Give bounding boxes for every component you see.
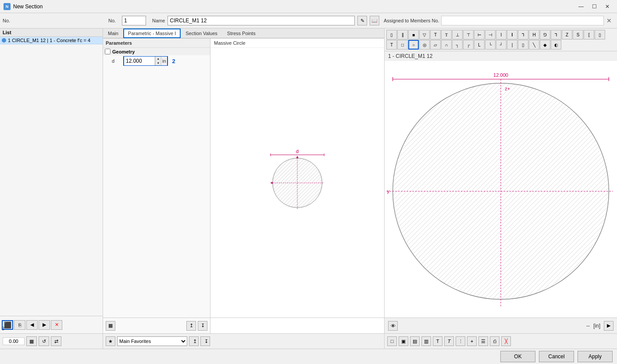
right-tool-btn-3[interactable]: ▤ <box>410 336 420 346</box>
minimize-button[interactable]: — <box>575 2 587 11</box>
assigned-input[interactable] <box>441 16 604 25</box>
shape-btn-21[interactable]: T <box>386 40 397 50</box>
shape-btn-17[interactable]: Z <box>562 30 572 39</box>
tab-main[interactable]: Main <box>103 29 123 38</box>
shape-btn-20[interactable]: ▯ <box>595 30 605 39</box>
section-name-text: 1 - CIRCLE_M1 12 <box>388 53 432 59</box>
shape-btn-15[interactable]: ⅁ <box>540 30 550 39</box>
shape-btn-9[interactable]: ⊢ <box>474 30 485 39</box>
copy-button[interactable]: ⎘ <box>14 320 25 330</box>
right-tool-btn-4[interactable]: ▥ <box>421 336 431 346</box>
svg-text:z+: z+ <box>505 86 510 91</box>
close-button[interactable]: ✕ <box>601 2 613 11</box>
shape-btn-25[interactable]: ▱ <box>430 40 441 50</box>
right-tool-btn-6[interactable]: T <box>444 336 454 346</box>
shape-btn-8[interactable]: ⊤ <box>463 30 474 39</box>
cancel-button[interactable]: Cancel <box>539 351 574 362</box>
shape-btn-33[interactable]: ▯ <box>518 40 528 50</box>
delete-button[interactable]: ✕ <box>51 320 62 330</box>
shape-btn-19[interactable]: ⟦ <box>584 30 594 39</box>
shape-btn-24[interactable]: ◎ <box>419 40 430 50</box>
ok-button[interactable]: OK <box>500 351 535 362</box>
tab-parametric[interactable]: Parametric - Massive I <box>123 29 181 38</box>
shape-btn-22[interactable]: □ <box>397 40 408 50</box>
right-tool-btn-11[interactable]: ╳ <box>501 336 511 346</box>
params-import-button[interactable]: ▦ <box>106 321 115 331</box>
center-content: Parameters Geometry d ▴ ▾ <box>103 39 384 333</box>
title-bar-controls: — ☐ ✕ <box>575 2 613 11</box>
geometry-checkbox[interactable] <box>105 49 111 54</box>
d-spin-down[interactable]: ▾ <box>155 61 161 65</box>
coords-btn-2[interactable]: ↺ <box>39 336 49 346</box>
shape-btn-34[interactable]: ╲ <box>529 40 539 50</box>
d-label: d <box>112 58 121 64</box>
double-dash: -- <box>586 323 590 329</box>
left-panel-bottom: ⬛ ⎘ ◀ ▶ ✕ <box>0 316 103 333</box>
shape-btn-30[interactable]: └ <box>485 40 496 50</box>
shape-btn-35[interactable]: ◆ <box>540 40 550 50</box>
right-tool-btn-10[interactable]: ⎙ <box>490 336 499 346</box>
right-tool-btn-2[interactable]: ▣ <box>399 336 408 346</box>
params-save-button[interactable]: ↧ <box>198 321 207 331</box>
right-tool-btn-1[interactable]: □ <box>387 336 397 346</box>
coords-btn-3[interactable]: ⇄ <box>51 336 61 346</box>
shape-btn-32[interactable]: | <box>507 40 517 50</box>
shape-btn-31[interactable]: ┘ <box>496 40 506 50</box>
tab-section-values[interactable]: Section Values <box>181 29 222 38</box>
d-spin-up[interactable]: ▴ <box>155 57 161 61</box>
list-item[interactable]: 1 CIRCLE_M1 12 | 1 - Concrete f'c = 4 <box>0 37 103 44</box>
d-input[interactable] <box>124 57 155 65</box>
params-export-button[interactable]: ↥ <box>186 321 196 331</box>
d-spin: ▴ ▾ <box>155 57 161 65</box>
right-tool-btn-7[interactable]: ⋮ <box>456 336 465 346</box>
arrow-right-button[interactable]: ▶ <box>39 320 50 330</box>
title-bar-text: New Section <box>13 4 575 10</box>
shape-btn-1[interactable]: ▯ <box>386 30 397 39</box>
shape-btn-5[interactable]: T <box>430 30 441 39</box>
right-tool-btn-9[interactable]: ☰ <box>478 336 488 346</box>
favorites-select[interactable]: Main Favorites <box>117 336 187 346</box>
shape-btn-6[interactable]: T <box>441 30 452 39</box>
bottom-btn-2[interactable]: ↧ <box>200 336 210 346</box>
shape-btn-12[interactable]: I <box>507 30 517 39</box>
shape-btn-3[interactable]: ■ <box>408 30 419 39</box>
shape-btn-4[interactable]: ▽ <box>419 30 430 39</box>
shape-btn-26[interactable]: ∩ <box>441 40 452 50</box>
shape-btn-11[interactable]: I <box>496 30 506 39</box>
arrow-left-button[interactable]: ◀ <box>26 320 38 330</box>
no-label: No. <box>3 18 10 23</box>
shape-btn-28[interactable]: ┌ <box>463 40 474 50</box>
coords-btn-1[interactable]: ▦ <box>26 336 37 346</box>
assigned-close-button[interactable]: ✕ <box>606 17 613 24</box>
section-svg: 12.000 z+ y <box>385 61 617 318</box>
name-label: Name <box>152 18 165 23</box>
edit-button[interactable]: ✎ <box>357 16 367 25</box>
right-panel: ▯ ‖ ■ ▽ T T ⊥ ⊤ ⊢ ⊣ I I ⅂ H ⅁ ⅂ Z S ⟦ ▯ … <box>385 29 617 333</box>
tab-stress-points[interactable]: Stress Points <box>222 29 260 38</box>
view-btn[interactable]: 👁 <box>388 321 398 331</box>
shape-btn-13[interactable]: ⅂ <box>518 30 528 39</box>
shape-btn-36[interactable]: ◐ <box>551 40 561 50</box>
shape-btn-23[interactable]: ○ <box>408 40 419 50</box>
right-bottom-right: -- [in] ▶ <box>586 321 613 331</box>
bottom-btn-1[interactable]: ↥ <box>189 336 199 346</box>
shape-btn-10[interactable]: ⊣ <box>485 30 496 39</box>
right-bottom: 👁 -- [in] ▶ <box>385 318 617 333</box>
coords-label: 0.00 <box>3 337 25 345</box>
no-input[interactable] <box>122 16 146 25</box>
right-tool-btn-8[interactable]: ⌖ <box>467 336 477 346</box>
shape-btn-27[interactable]: ┐ <box>452 40 463 50</box>
name-input[interactable] <box>168 16 355 25</box>
right-tool-btn-5[interactable]: T <box>433 336 442 346</box>
shape-btn-29[interactable]: L <box>474 40 485 50</box>
shape-btn-14[interactable]: H <box>529 30 539 39</box>
book-button[interactable]: 📖 <box>370 16 379 25</box>
apply-button[interactable]: Apply <box>578 351 613 362</box>
scroll-right[interactable]: ▶ <box>604 321 613 331</box>
shape-btn-16[interactable]: ⅂ <box>551 30 561 39</box>
shape-btn-2[interactable]: ‖ <box>397 30 408 39</box>
favorites-icon[interactable]: ★ <box>106 336 115 346</box>
maximize-button[interactable]: ☐ <box>588 2 600 11</box>
shape-btn-18[interactable]: S <box>573 30 583 39</box>
shape-btn-7[interactable]: ⊥ <box>452 30 463 39</box>
